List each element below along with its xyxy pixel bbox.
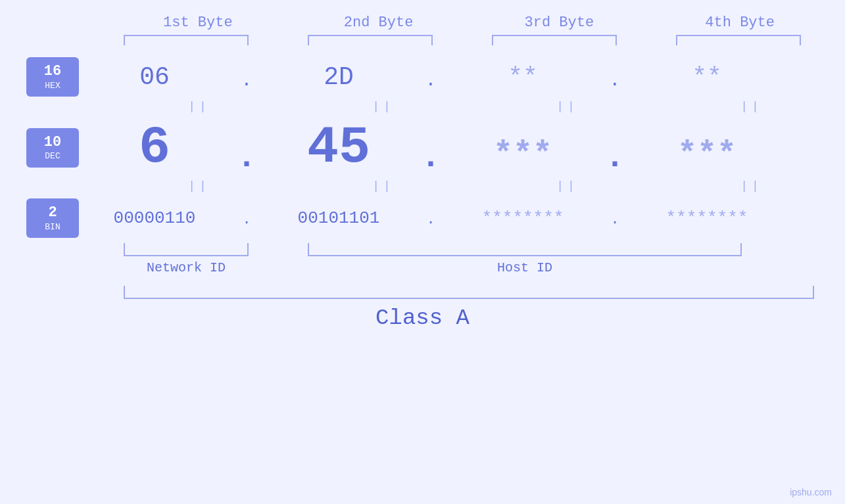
class-label: Class A (0, 306, 845, 331)
host-bracket (308, 243, 742, 256)
hex-b4: ** (644, 63, 769, 91)
dec-dot2: . (401, 119, 460, 176)
watermark: ipshu.com (790, 487, 832, 497)
dec-b4: *** (644, 125, 769, 171)
eq8: || (676, 179, 827, 193)
byte1-label: 1st Byte (124, 14, 272, 31)
eq5: || (124, 179, 275, 193)
dec-row: 6 . 45 . *** . *** (92, 119, 845, 176)
bin-b2: 00101101 (276, 208, 401, 228)
hex-dot1: . (217, 64, 276, 91)
hex-b1: 06 (92, 63, 217, 91)
bracket-top-4 (676, 35, 801, 45)
host-id-label: Host ID (308, 260, 742, 275)
bin-badge: 2 BIN (26, 198, 79, 238)
hex-b3: ** (460, 63, 585, 91)
eq1: || (124, 100, 275, 113)
byte3-label: 3rd Byte (485, 14, 634, 31)
dec-b2: 45 (276, 122, 401, 174)
network-bracket (124, 243, 249, 256)
hex-dot3: . (585, 64, 644, 91)
network-id-label: Network ID (124, 260, 249, 275)
dec-dot1: . (217, 119, 276, 176)
eq3: || (492, 100, 643, 113)
eq2: || (308, 100, 459, 113)
hex-badge: 16 HEX (26, 57, 79, 97)
bin-dot2: . (401, 209, 460, 228)
bin-b3: ******** (460, 208, 585, 228)
dec-b1: 6 (92, 122, 217, 174)
bin-dot3: . (585, 209, 644, 228)
class-bracket (124, 286, 814, 299)
hex-b2: 2D (276, 63, 401, 91)
bracket-top-1 (124, 35, 249, 45)
eq4: || (676, 100, 827, 113)
bracket-top-3 (492, 35, 617, 45)
eq6: || (308, 179, 459, 193)
bracket-top-2 (308, 35, 433, 45)
bin-dot1: . (217, 209, 276, 228)
hex-dot2: . (401, 64, 460, 91)
page-container: 1st Byte 2nd Byte 3rd Byte 4th Byte 16 H… (0, 0, 845, 504)
hex-row: 06 . 2D . ** . ** (92, 63, 845, 91)
byte2-label: 2nd Byte (304, 14, 453, 31)
bin-b1: 00000110 (92, 208, 217, 228)
dec-badge: 10 DEC (26, 128, 79, 168)
byte4-label: 4th Byte (665, 14, 814, 31)
bin-row: 00000110 . 00101101 . ******** . *******… (92, 208, 845, 228)
dec-dot3: . (585, 119, 644, 176)
eq7: || (492, 179, 643, 193)
dec-b3: *** (460, 125, 585, 171)
bin-b4: ******** (644, 208, 769, 228)
